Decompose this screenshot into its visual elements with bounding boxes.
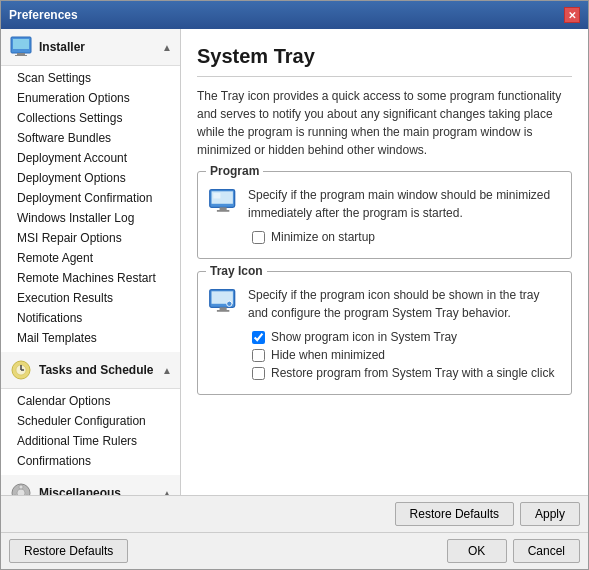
sidebar: Installer ▲ Scan Settings Enumeration Op…: [1, 29, 181, 495]
svg-rect-20: [220, 307, 227, 310]
sidebar-item-mail-templates[interactable]: Mail Templates: [1, 328, 180, 348]
tray-icon-text-area: Specify if the program icon should be sh…: [248, 286, 561, 384]
tray-monitor-icon: [208, 286, 240, 318]
hide-when-minimized-checkbox[interactable]: [252, 349, 265, 362]
hide-when-minimized-label: Hide when minimized: [271, 348, 385, 362]
restore-defaults-top-button[interactable]: Restore Defaults: [395, 502, 514, 526]
restore-from-tray-row: Restore program from System Tray with a …: [252, 366, 561, 380]
misc-icon: [9, 481, 33, 495]
installer-icon: [9, 35, 33, 59]
show-program-icon-row: Show program icon in System Tray: [252, 330, 561, 344]
apply-button[interactable]: Apply: [520, 502, 580, 526]
hide-when-minimized-row: Hide when minimized: [252, 348, 561, 362]
page-title: System Tray: [197, 45, 572, 77]
svg-point-10: [19, 485, 23, 489]
sidebar-item-deployment-confirmation[interactable]: Deployment Confirmation: [1, 188, 180, 208]
sidebar-item-calendar-options[interactable]: Calendar Options: [1, 391, 180, 411]
svg-rect-16: [217, 210, 229, 212]
restore-defaults-bottom-button[interactable]: Restore Defaults: [9, 539, 128, 563]
tasks-icon: [9, 358, 33, 382]
tasks-label: Tasks and Schedule: [39, 363, 162, 377]
sidebar-item-windows-installer-log[interactable]: Windows Installer Log: [1, 208, 180, 228]
sidebar-item-deployment-account[interactable]: Deployment Account: [1, 148, 180, 168]
content-area: Installer ▲ Scan Settings Enumeration Op…: [1, 29, 588, 495]
sidebar-item-notifications[interactable]: Notifications: [1, 308, 180, 328]
sidebar-header-tasks[interactable]: Tasks and Schedule ▲: [1, 352, 180, 389]
sidebar-item-software-bundles[interactable]: Software Bundles: [1, 128, 180, 148]
sidebar-item-msi-repair-options[interactable]: MSI Repair Options: [1, 228, 180, 248]
svg-rect-1: [13, 39, 29, 49]
sidebar-item-collections-settings[interactable]: Collections Settings: [1, 108, 180, 128]
svg-rect-21: [217, 310, 229, 312]
sidebar-header-misc[interactable]: Miscellaneous ▲: [1, 475, 180, 495]
tray-icon-group-content: Specify if the program icon should be sh…: [208, 286, 561, 384]
sidebar-item-remote-agent[interactable]: Remote Agent: [1, 248, 180, 268]
sidebar-section-installer: Installer ▲ Scan Settings Enumeration Op…: [1, 29, 180, 350]
tasks-items: Calendar Options Scheduler Configuration…: [1, 389, 180, 473]
minimize-on-startup-label: Minimize on startup: [271, 230, 375, 244]
sidebar-header-installer[interactable]: Installer ▲: [1, 29, 180, 66]
svg-point-22: [227, 301, 232, 306]
restore-from-tray-checkbox[interactable]: [252, 367, 265, 380]
ok-button[interactable]: OK: [447, 539, 507, 563]
sidebar-item-enumeration-options[interactable]: Enumeration Options: [1, 88, 180, 108]
show-program-icon-label: Show program icon in System Tray: [271, 330, 457, 344]
show-program-icon-checkbox[interactable]: [252, 331, 265, 344]
svg-rect-2: [17, 53, 25, 55]
program-group: Program Specify if the program main wind…: [197, 171, 572, 259]
minimize-on-startup-row: Minimize on startup: [252, 230, 561, 244]
misc-arrow: ▲: [162, 488, 172, 496]
tray-icon-group-title: Tray Icon: [206, 264, 267, 278]
misc-label: Miscellaneous: [39, 486, 162, 495]
footer-top: Restore Defaults Apply: [1, 495, 588, 532]
tray-icon-group: Tray Icon Specify if the program icon sh…: [197, 271, 572, 395]
sidebar-section-tasks: Tasks and Schedule ▲ Calendar Options Sc…: [1, 352, 180, 473]
installer-items: Scan Settings Enumeration Options Collec…: [1, 66, 180, 350]
footer-bottom: Restore Defaults OK Cancel: [1, 532, 588, 569]
program-group-content: Specify if the program main window shoul…: [208, 186, 561, 248]
program-group-title: Program: [206, 164, 263, 178]
installer-label: Installer: [39, 40, 162, 54]
installer-arrow: ▲: [162, 42, 172, 53]
footer-right-buttons: OK Cancel: [447, 539, 580, 563]
close-button[interactable]: ✕: [564, 7, 580, 23]
sidebar-item-execution-results[interactable]: Execution Results: [1, 288, 180, 308]
sidebar-item-deployment-options[interactable]: Deployment Options: [1, 168, 180, 188]
minimize-on-startup-checkbox[interactable]: [252, 231, 265, 244]
main-description: The Tray icon provides a quick access to…: [197, 87, 572, 159]
main-panel: System Tray The Tray icon provides a qui…: [181, 29, 588, 495]
sidebar-item-additional-time-rulers[interactable]: Additional Time Rulers: [1, 431, 180, 451]
tray-icon-description: Specify if the program icon should be sh…: [248, 286, 561, 322]
sidebar-item-scan-settings[interactable]: Scan Settings: [1, 68, 180, 88]
sidebar-item-confirmations[interactable]: Confirmations: [1, 451, 180, 471]
cancel-button[interactable]: Cancel: [513, 539, 580, 563]
tasks-arrow: ▲: [162, 365, 172, 376]
sidebar-section-misc: Miscellaneous ▲ General Settings E-mail …: [1, 475, 180, 495]
title-bar: Preferences ✕: [1, 1, 588, 29]
dialog-title: Preferences: [9, 8, 78, 22]
restore-from-tray-label: Restore program from System Tray with a …: [271, 366, 554, 380]
sidebar-item-scheduler-configuration[interactable]: Scheduler Configuration: [1, 411, 180, 431]
program-monitor-icon: [208, 186, 240, 218]
program-text-area: Specify if the program main window shoul…: [248, 186, 561, 248]
preferences-dialog: Preferences ✕ Installer ▲: [0, 0, 589, 570]
svg-rect-17: [213, 193, 220, 198]
svg-rect-3: [15, 55, 27, 56]
program-description: Specify if the program main window shoul…: [248, 186, 561, 222]
svg-rect-15: [220, 207, 227, 210]
sidebar-item-remote-machines-restart[interactable]: Remote Machines Restart: [1, 268, 180, 288]
